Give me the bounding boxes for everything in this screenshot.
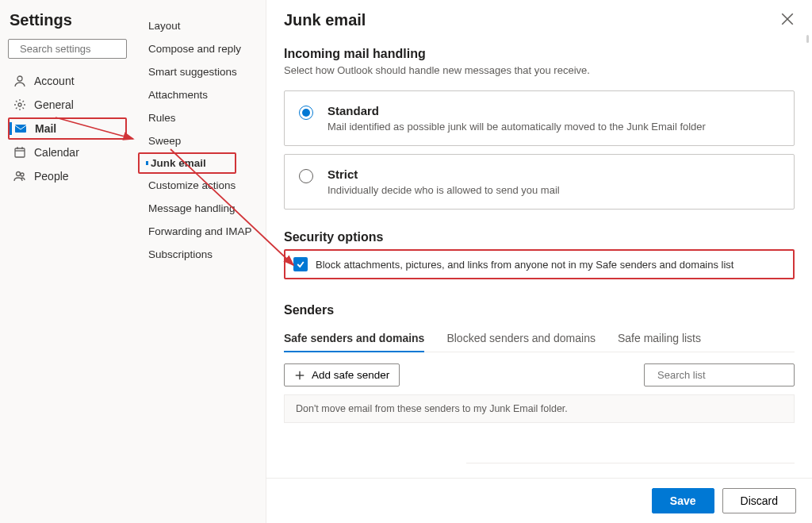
settings-sidebar: Settings Account General Mail Calendar P… — [0, 0, 135, 523]
block-label: Block attachments, pictures, and links f… — [316, 259, 733, 271]
standard-desc: Mail identified as possible junk will be… — [327, 121, 706, 133]
subnav-smart[interactable]: Smart suggestions — [135, 60, 266, 83]
mail-icon — [14, 122, 27, 135]
calendar-icon — [13, 146, 26, 159]
subnav-customize[interactable]: Customize actions — [135, 174, 266, 197]
svg-point-9 — [17, 172, 21, 176]
nav-label: People — [34, 170, 69, 183]
tab-blocked-senders[interactable]: Blocked senders and domains — [446, 325, 596, 352]
radio-icon — [299, 169, 313, 183]
svg-point-10 — [21, 173, 24, 176]
nav-calendar[interactable]: Calendar — [8, 141, 127, 163]
add-safe-sender-button[interactable]: Add safe sender — [284, 363, 400, 386]
svg-point-3 — [18, 103, 21, 106]
nav-mail[interactable]: Mail — [8, 117, 127, 140]
subnav-compose[interactable]: Compose and reply — [135, 37, 266, 60]
page-title: Junk email — [284, 11, 366, 29]
incoming-desc: Select how Outlook should handle new mes… — [284, 64, 795, 76]
subnav-junk-email[interactable]: Junk email — [138, 152, 236, 174]
svg-rect-5 — [15, 148, 25, 157]
search-list-input[interactable] — [644, 363, 795, 386]
settings-title: Settings — [8, 11, 127, 29]
nav-general[interactable]: General — [8, 94, 127, 116]
add-btn-label: Add safe sender — [312, 369, 389, 381]
radio-icon — [299, 106, 313, 120]
subnav-attachments[interactable]: Attachments — [135, 83, 266, 106]
footer-actions: Save Discard — [266, 478, 812, 523]
checkbox-icon — [293, 257, 308, 271]
subnav-subscriptions[interactable]: Subscriptions — [135, 243, 266, 266]
subnav-msg-handling[interactable]: Message handling — [135, 197, 266, 220]
main-scroll-area[interactable]: Incoming mail handling Select how Outloo… — [266, 34, 812, 478]
radio-standard[interactable]: Standard Mail identified as possible jun… — [284, 90, 795, 146]
scrollbar-thumb[interactable] — [806, 35, 809, 43]
senders-title: Senders — [284, 303, 795, 317]
strict-title: Strict — [327, 167, 560, 181]
search-settings-input[interactable] — [8, 39, 127, 59]
mail-subnav: Layout Compose and reply Smart suggestio… — [135, 0, 266, 523]
nav-label: Calendar — [34, 146, 79, 159]
save-button[interactable]: Save — [652, 488, 714, 513]
gear-icon — [13, 98, 26, 111]
close-icon — [780, 12, 795, 26]
nav-people[interactable]: People — [8, 165, 127, 187]
subnav-layout[interactable]: Layout — [135, 14, 266, 37]
nav-label: General — [34, 98, 74, 111]
divider — [466, 463, 795, 463]
discard-button[interactable]: Discard — [722, 488, 796, 513]
block-attachments-checkbox[interactable]: Block attachments, pictures, and links f… — [284, 249, 795, 279]
search-list-field[interactable] — [657, 369, 791, 381]
nav-account[interactable]: Account — [8, 70, 127, 92]
main-panel: Junk email Incoming mail handling Select… — [266, 0, 812, 523]
nav-label: Account — [34, 75, 75, 87]
standard-title: Standard — [327, 104, 706, 117]
subnav-rules[interactable]: Rules — [135, 106, 266, 129]
security-title: Security options — [284, 230, 795, 244]
senders-empty-msg: Don't move email from these senders to m… — [284, 394, 795, 423]
nav-label: Mail — [35, 122, 56, 135]
svg-point-2 — [17, 76, 22, 81]
close-button[interactable] — [780, 12, 795, 29]
tab-safe-senders[interactable]: Safe senders and domains — [284, 325, 424, 352]
radio-strict[interactable]: Strict Individually decide who is allowe… — [284, 154, 795, 210]
people-icon — [13, 170, 26, 183]
person-icon — [13, 75, 26, 87]
subnav-forwarding[interactable]: Forwarding and IMAP — [135, 220, 266, 243]
svg-rect-4 — [15, 125, 26, 133]
search-settings-field[interactable] — [20, 43, 153, 55]
incoming-title: Incoming mail handling — [284, 47, 795, 61]
tab-safe-lists[interactable]: Safe mailing lists — [618, 325, 701, 352]
strict-desc: Individually decide who is allowed to se… — [327, 184, 560, 196]
subnav-sweep[interactable]: Sweep — [135, 129, 266, 152]
plus-icon — [294, 370, 305, 381]
senders-tabs: Safe senders and domains Blocked senders… — [284, 325, 795, 352]
